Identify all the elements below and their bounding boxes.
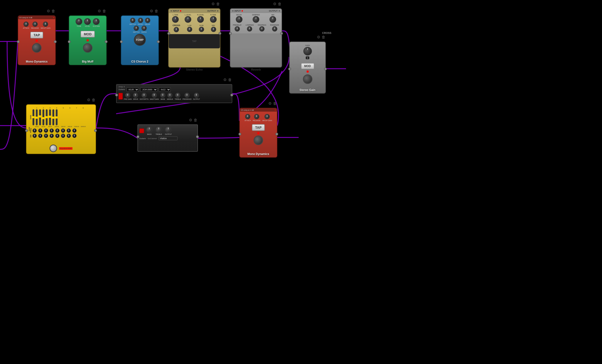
knob-gain-stereo-gain[interactable] xyxy=(303,47,312,55)
knob-highpass[interactable] xyxy=(259,26,265,32)
knob-sustain[interactable] xyxy=(93,18,99,25)
eq-fader-7[interactable] xyxy=(52,109,54,125)
trash-icon-mono-dyn-2[interactable]: 🗑 xyxy=(273,101,277,106)
knob-r-level[interactable] xyxy=(197,16,204,23)
knob-roomsize[interactable] xyxy=(272,26,277,32)
eq-knob-bw-6[interactable] xyxy=(61,134,65,138)
footswitch-mono-dyn-2[interactable] xyxy=(254,136,263,145)
knob-l-level[interactable] xyxy=(185,16,191,23)
knob-mast-gain[interactable] xyxy=(152,93,157,98)
knob-mkupgain-1[interactable] xyxy=(43,21,48,27)
knob-rate2-2[interactable] xyxy=(141,26,147,31)
mod-btn-stereo-gain[interactable]: MOD xyxy=(301,63,314,69)
trash-icon-big-muff[interactable]: 🗑 xyxy=(102,9,106,13)
mod-btn-big-muff[interactable]: MOD xyxy=(81,31,95,37)
knob-lowpass[interactable] xyxy=(247,26,252,32)
tap-btn-2[interactable]: TAP xyxy=(252,124,265,131)
eq-knob-bw-2[interactable] xyxy=(38,134,43,138)
knob-tone[interactable] xyxy=(75,18,82,25)
eq-fader-6[interactable] xyxy=(49,109,51,125)
eq-fader-8[interactable] xyxy=(56,109,58,125)
eq-knob-freq-8[interactable] xyxy=(72,128,76,133)
knob-attack-2[interactable] xyxy=(245,114,250,119)
knob-r-fb[interactable] xyxy=(199,27,204,32)
gx-cabinet-power[interactable] xyxy=(139,128,144,133)
knob-treble-gx[interactable] xyxy=(155,126,162,133)
knob-output-gx[interactable] xyxy=(165,126,172,133)
stereo-echo-tap-area[interactable]: TAP xyxy=(169,34,220,48)
knob-treble[interactable] xyxy=(175,93,180,98)
reverb-tap-area[interactable] xyxy=(230,33,281,48)
eq-knob-bw-1[interactable] xyxy=(32,134,37,138)
trash-icon-stereo-echo[interactable]: 🗑 xyxy=(216,2,220,6)
trash-icon-cs-chorus[interactable]: 🗑 xyxy=(154,9,158,13)
knob-base[interactable] xyxy=(160,93,165,98)
eq-knob-freq-5[interactable] xyxy=(55,128,59,133)
knob-delay-1[interactable] xyxy=(145,18,150,23)
fomp-btn[interactable]: FOMP xyxy=(134,34,146,46)
eq-knob-freq-6[interactable] xyxy=(61,128,65,133)
gear-icon-stereo-echo[interactable]: ⚙ xyxy=(211,2,215,6)
gear-icon-amp-x[interactable]: ⚙ xyxy=(223,77,226,82)
knob-cross[interactable] xyxy=(174,27,179,32)
eq-knob-bw-4[interactable] xyxy=(50,134,54,138)
amp-x-power[interactable] xyxy=(118,93,123,99)
trash-icon-stereo-gain[interactable]: 🗑 xyxy=(322,35,325,39)
knob-depth2-2[interactable] xyxy=(134,26,139,31)
knob-l-time[interactable] xyxy=(172,16,179,23)
eq-knob-bw-3[interactable] xyxy=(44,134,48,138)
knob-release-2[interactable] xyxy=(254,114,259,119)
eq-fader-2[interactable] xyxy=(36,109,38,125)
eq-knob-freq-1[interactable] xyxy=(32,128,37,133)
knob-decay[interactable] xyxy=(236,16,242,23)
trash-icon-amp-x[interactable]: 🗑 xyxy=(228,78,232,82)
knob-rate2-1[interactable] xyxy=(138,18,143,23)
footswitch-stereo-gain[interactable] xyxy=(303,75,312,84)
tap-btn-1[interactable]: TAP xyxy=(30,32,43,38)
eq-knob-bw-8[interactable] xyxy=(72,134,76,138)
knob-drive[interactable] xyxy=(133,93,138,98)
footswitch-mono-dyn-1[interactable] xyxy=(32,43,42,53)
knob-mix[interactable] xyxy=(269,16,276,23)
eq-knob-bw-5[interactable] xyxy=(55,134,59,138)
gear-icon-eq[interactable]: ⚙ xyxy=(87,98,90,102)
amp-x-preset1-select[interactable]: 6GJ8 xyxy=(127,87,139,92)
gear-icon-gx-cabinet[interactable]: ⚙ xyxy=(189,118,192,122)
knob-attack-1[interactable] xyxy=(23,21,29,27)
knob-release-1[interactable] xyxy=(32,21,38,27)
knob-mkupgain-2[interactable] xyxy=(265,114,270,119)
trash-icon-eq[interactable]: 🗑 xyxy=(92,98,96,102)
knob-output-amp[interactable] xyxy=(194,93,199,98)
knob-l-fb[interactable] xyxy=(187,27,192,32)
gear-icon-mono-dyn-1[interactable]: ⚙ xyxy=(47,9,50,13)
knob-distortion[interactable] xyxy=(141,93,147,98)
eq-knob-freq-7[interactable] xyxy=(67,128,71,133)
gear-icon-stereo-gain[interactable]: ⚙ xyxy=(317,35,320,39)
knob-dry[interactable] xyxy=(211,27,216,32)
trash-icon-gx-cabinet[interactable]: 🗑 xyxy=(194,118,197,122)
amp-x-preset2-select[interactable]: JCM-2000 xyxy=(140,87,157,92)
eq-knob-freq-2[interactable] xyxy=(38,128,43,133)
eq-knob-freq-4[interactable] xyxy=(50,128,54,133)
knob-damping[interactable] xyxy=(253,16,259,23)
eq-fader-1[interactable] xyxy=(32,109,34,125)
knob-middle[interactable] xyxy=(167,93,172,98)
knob-r-time[interactable] xyxy=(210,16,217,23)
knob-pre-gain[interactable] xyxy=(125,93,130,98)
gear-icon-mono-dyn-2[interactable]: ⚙ xyxy=(268,101,272,106)
eq-footswitch[interactable] xyxy=(50,145,57,152)
gx-cabinet-preset-input[interactable] xyxy=(159,137,178,140)
eq-fader-3[interactable] xyxy=(39,109,41,125)
trash-icon-reverb[interactable]: 🗑 xyxy=(278,2,281,6)
knob-presence[interactable] xyxy=(184,93,190,98)
knob-depth2-1[interactable] xyxy=(130,18,135,23)
knob-level[interactable] xyxy=(84,18,91,25)
gear-icon-cs-chorus[interactable]: ⚙ xyxy=(150,9,153,13)
trash-icon-mono-dyn-1[interactable]: 🗑 xyxy=(52,9,55,13)
eq-knob-freq-3[interactable] xyxy=(44,128,48,133)
eq-knob-bw-7[interactable] xyxy=(67,134,71,138)
gear-icon-big-muff[interactable]: ⚙ xyxy=(98,9,101,13)
gear-icon-reverb[interactable]: ⚙ xyxy=(273,2,276,6)
knob-bass-gx[interactable] xyxy=(146,126,153,133)
amp-x-cabinet-select[interactable]: 4x12 xyxy=(159,87,171,92)
